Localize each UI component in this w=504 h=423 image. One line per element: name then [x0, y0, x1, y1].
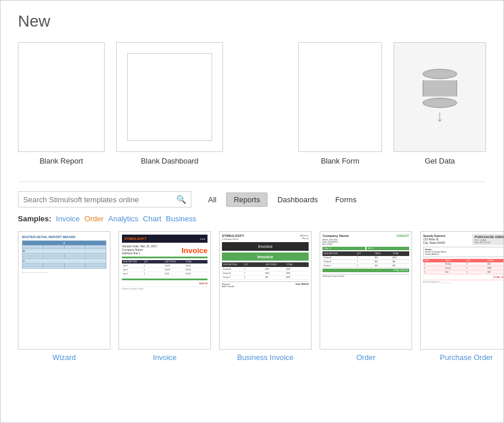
- filter-tab-dashboards[interactable]: Dashboards: [270, 192, 325, 207]
- blank-form-label: Blank Form: [321, 157, 359, 165]
- blank-report-box: [18, 42, 105, 152]
- po-title-box: PURCHASE ORDER PO #: 10248 Date: 2017-01…: [472, 234, 503, 245]
- download-arrow-icon: ↓: [436, 107, 444, 125]
- order-info: Name: John Doe Date: 01/01/2017 Ref: 123…: [323, 239, 409, 246]
- business-invoice-label: Business Invoice: [237, 353, 294, 362]
- blank-dashboard-box: [116, 42, 223, 152]
- sample-chart[interactable]: Chart: [143, 214, 161, 223]
- search-box[interactable]: 🔍: [18, 191, 191, 207]
- section-divider: [18, 181, 486, 182]
- po-company: Speedy Express 123 Main St City, State 0…: [423, 234, 446, 245]
- gallery-item-wizard[interactable]: MASTER-DETAIL REPORT WIZARD A B C: [18, 231, 110, 362]
- blank-dashboard-item[interactable]: Blank Dashboard: [116, 42, 223, 165]
- samples-label: Samples:: [18, 214, 51, 223]
- blank-report-label: Blank Report: [39, 157, 83, 165]
- blank-report-item[interactable]: Blank Report: [18, 42, 105, 165]
- purchase-order-thumbnail: Speedy Express 123 Main St City, State 0…: [420, 231, 503, 350]
- page-title: New: [18, 12, 486, 31]
- bi-green: Invoice: [222, 253, 309, 261]
- database-icon: ↓: [423, 69, 457, 125]
- sample-business[interactable]: Business: [166, 214, 197, 223]
- order-desc-header: DESCRIPTION QTY PRICE TOTAL: [323, 251, 409, 256]
- template-gallery: MASTER-DETAIL REPORT WIZARD A B C: [18, 231, 486, 362]
- order-footer: Thank you for your business: [323, 274, 409, 277]
- filter-tab-reports[interactable]: Reports: [226, 192, 268, 207]
- search-input[interactable]: [23, 195, 174, 204]
- get-data-label: Get Data: [425, 157, 455, 165]
- order-credit-label: CREDIT: [396, 234, 409, 238]
- order-total: TOTAL: $270.00: [323, 269, 409, 272]
- order-thumbnail: Company Name CREDIT Name: John Doe Date:…: [320, 231, 412, 350]
- gallery-item-invoice[interactable]: STIMULSOFT ●●● Sample Date: Mar 15, 2017…: [118, 231, 211, 362]
- wizard-thumbnail: MASTER-DETAIL REPORT WIZARD A B C: [18, 231, 110, 350]
- db-top: [423, 69, 457, 79]
- blank-form-item[interactable]: Blank Form: [298, 42, 382, 165]
- invoice-thumbnail: STIMULSOFT ●●● Sample Date: Mar 15, 2017…: [118, 231, 211, 350]
- gallery-item-purchase-order[interactable]: Speedy Express 123 Main St City, State 0…: [420, 231, 503, 362]
- search-filter-row: 🔍 All Reports Dashboards Forms: [18, 191, 486, 207]
- blank-dashboard-inner: [127, 53, 212, 141]
- search-icon[interactable]: 🔍: [176, 195, 186, 204]
- bi-label: Invoice: [222, 242, 309, 251]
- po-vendor: Vendor: Vendor Company Name Vendor Addre…: [423, 247, 503, 257]
- filter-tab-forms[interactable]: Forms: [328, 192, 364, 207]
- blank-form-box: [298, 42, 382, 152]
- wizard-thumb-footer: — — — — — — — — — —: [22, 271, 106, 273]
- inv-total: $500.00: [122, 282, 207, 285]
- sample-invoice[interactable]: Invoice: [56, 214, 80, 223]
- filter-tabs: All Reports Dashboards Forms: [201, 192, 364, 207]
- page-container: New Blank Report Blank Dashboard Blank F…: [1, 1, 503, 422]
- db-mid: [423, 80, 457, 97]
- purchase-order-label: Purchase Order: [440, 353, 493, 362]
- order-green-row: Ship To Bill To: [323, 247, 409, 250]
- samples-row: Samples: Invoice Order Analytics Chart B…: [18, 214, 486, 223]
- order-label: Order: [356, 353, 375, 362]
- gallery-item-business-invoice[interactable]: STIMULSOFT Company Name AddressPhone Inv…: [219, 231, 312, 362]
- sample-analytics[interactable]: Analytics: [108, 214, 138, 223]
- get-data-box: ↓: [394, 42, 486, 152]
- blank-templates-row: Blank Report Blank Dashboard Blank Form: [18, 42, 486, 165]
- inv-logo: STIMULSOFT: [124, 237, 146, 240]
- po-total: TOTAL: $300.00: [423, 276, 503, 279]
- business-invoice-thumbnail: STIMULSOFT Company Name AddressPhone Inv…: [219, 231, 312, 350]
- order-company-name: Company Name: [323, 234, 349, 238]
- filter-tab-all[interactable]: All: [201, 192, 224, 207]
- wizard-label: Wizard: [53, 353, 76, 362]
- get-data-item[interactable]: ↓ Get Data: [394, 42, 486, 165]
- invoice-label: Invoice: [153, 353, 176, 362]
- sample-order[interactable]: Order: [84, 214, 103, 223]
- gallery-item-order[interactable]: Company Name CREDIT Name: John Doe Date:…: [320, 231, 412, 362]
- wizard-thumb-title: MASTER-DETAIL REPORT WIZARD: [22, 235, 106, 239]
- blank-dashboard-label: Blank Dashboard: [141, 157, 199, 165]
